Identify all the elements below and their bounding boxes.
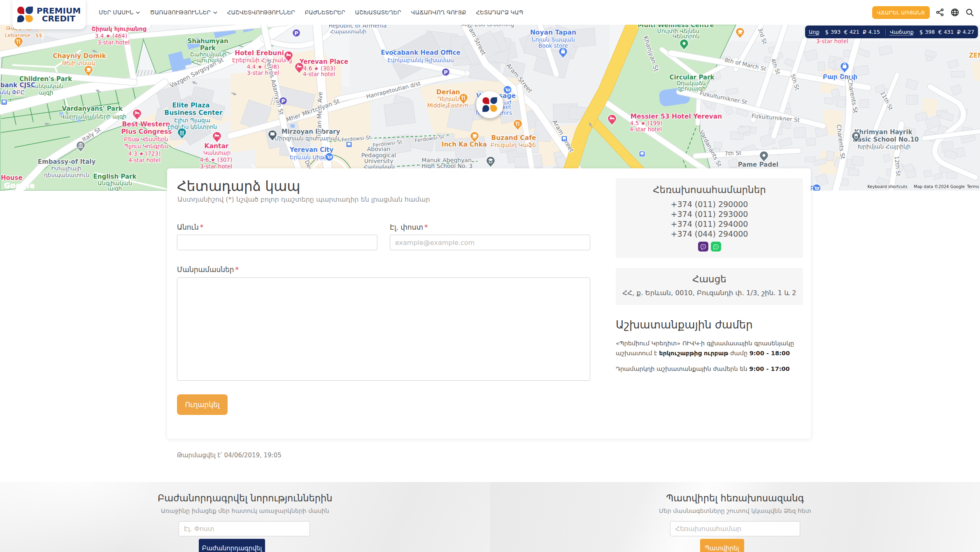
subscribe-button[interactable]: Բաժանորդագրվել (199, 539, 265, 552)
map-label: Հայաստանի (330, 28, 366, 35)
nav-item-label: ՎԱՃԱՌՎՈՂ ԳՈՒՅՔ (411, 9, 466, 16)
map-label: Embassy-of Italy (38, 158, 96, 165)
subscribe-title: Բաժանորդագրվել նորություններին (0, 493, 490, 503)
rub-icon: ₽ (863, 29, 866, 35)
map-label: դեսպանատուն (44, 172, 89, 178)
search-icon[interactable] (965, 8, 974, 17)
map-label: Plus Congress (121, 128, 172, 135)
header: ՄԵՐ ՄԱՍԻՆԾԱՌԱՅՈՒԹՅՈՒՆՆԵՐՀԱՇՎԵՏՎՈՒԹՅՈՒՆՆԵ… (0, 0, 980, 25)
phone-number[interactable]: +374 (011) 293000 (620, 209, 799, 219)
map-label: Yerevan Place (299, 58, 348, 65)
callback-subtitle: Մեր մասնագետները շուտով կկապվեն Ձեզ հետ (490, 508, 980, 514)
phones-panel: Հեռախոսահամարներ +374 (011) 290000+374 (… (616, 178, 803, 258)
map-label: Inch Ka Chka (442, 141, 487, 148)
map-transit-icon[interactable] (346, 142, 352, 147)
phone-number[interactable]: +374 (044) 294000 (620, 229, 799, 239)
logo[interactable]: PREMIUMCREDIT (12, 0, 86, 29)
pay-online-button[interactable]: ՎՃԱՐԵԼ ԱՌՑԱՆՑ (872, 6, 930, 19)
map-transit-icon[interactable] (561, 136, 567, 142)
nav-item[interactable]: ՎԱՃԱՌՎՈՂ ԳՈՒՅՔ (411, 9, 466, 16)
map-pin-park_p[interactable]: P (293, 29, 300, 37)
subscribe-form: Բաժանորդագրվել (179, 521, 310, 552)
share-icon[interactable] (936, 8, 945, 17)
send-button[interactable]: Ուղարկել (177, 394, 228, 415)
map-label: House (1, 174, 23, 182)
nav-item[interactable]: ԲԱԺՆԵՏԵՐԵՐ (305, 9, 345, 16)
logo-petals-icon (17, 7, 33, 23)
map-label: այգի (39, 89, 53, 96)
name-input[interactable] (177, 235, 377, 250)
map-label: Խրիմյան Հայրիկի (858, 143, 910, 150)
phones-title: Հեռախոսահամարներ (620, 184, 799, 195)
nav-item-label: ԲԱԺՆԵՏԵՐԵՐ (305, 9, 345, 16)
address-text: ՀՀ, ք. Երևան, 0010, Բուզանդի փ. 1/3, շին… (620, 289, 799, 297)
map[interactable]: ԹարբուլէLebanese · $$Շիրակ հյուրանոց3.4 … (0, 25, 980, 190)
map-company-marker[interactable] (475, 91, 505, 121)
map-label: Evocabank Head Office (381, 49, 460, 56)
rates-divider (885, 29, 886, 35)
map-label: Mirzoyan Library (282, 128, 340, 135)
map-label: Buzand Cafe (491, 134, 536, 142)
map-label: 4-star hotel (128, 157, 161, 163)
map-label: Google (4, 182, 35, 190)
email-input[interactable] (390, 235, 590, 250)
map-label: Կենտրոն (673, 33, 700, 40)
working-hours-office: «Պրեմիում Կրեդիտ» ՈՒՎԿ-ի գլխամասային գրա… (616, 339, 803, 359)
rub-icon: ₽ (957, 29, 961, 35)
brand-line-2: CREDIT (37, 15, 81, 23)
petal-red (17, 7, 25, 14)
map-label: բանկ ՓԲԸ (0, 89, 25, 95)
map-transit-icon[interactable] (639, 151, 645, 157)
map-label: Shahumyan (187, 37, 228, 45)
map-label: 3-star hotel (98, 39, 130, 46)
form-subtitle: Աստղանիշով (*) նշված բոլոր դաշտերը պարտա… (177, 196, 430, 203)
map-transit-icon[interactable] (1, 99, 7, 105)
map-label: բիզնես կենտրոն (168, 123, 217, 130)
nav-item[interactable]: ՀԱՇՎԵՏՎՈՒԹՅՈՒՆՆԵՐ (227, 9, 295, 16)
phone-number[interactable]: +374 (011) 290000 (620, 199, 799, 209)
subscribe-email-input[interactable] (179, 521, 310, 536)
map-label: ZEN (969, 52, 980, 59)
map-pin-park_p[interactable]: P (442, 68, 450, 77)
eur-icon: € (844, 29, 847, 35)
working-hours-title: Աշխատանքային ժամեր (616, 319, 803, 331)
nav-item[interactable]: ՀԵՏԱԴԱՐՁ ԿԱՊ (476, 9, 523, 16)
map-label: 7th St (724, 149, 741, 157)
callback-section: Պատվիրել հեռախոսազանգ Մեր մասնագետները շ… (490, 482, 980, 552)
map-label: Derian (436, 89, 460, 96)
map-label: nbank CJSC (0, 82, 35, 89)
map-label: այգի (108, 185, 122, 191)
map-canvas[interactable]: ԹարբուլէLebanese · $$Շիրակ հյուրանոց3.4 … (0, 25, 980, 191)
whatsapp-icon[interactable] (711, 242, 721, 252)
map-label: Շիրակ հյուրանոց (91, 26, 146, 32)
callback-form: Պատվիրել (670, 521, 800, 552)
map-label: Noyan Tapan (530, 29, 576, 36)
nav-item[interactable]: ԾԱՌԱՅՈՒԹՅՈՒՆՆԵՐ (150, 9, 217, 16)
map-label: Նոյան Տապան (531, 36, 575, 43)
map-label: Khrimyan Hayrik (854, 128, 913, 136)
viber-icon[interactable] (698, 242, 708, 252)
map-label: Vardanyans' Park (62, 105, 123, 112)
map-label: Map data ©2024 Google (914, 184, 965, 189)
language-globe-icon[interactable] (950, 8, 959, 17)
address-title: Հասցե (620, 274, 799, 284)
map-label: Էվոկաբանկ Գլխամաս (387, 57, 454, 63)
details-textarea[interactable] (177, 277, 590, 381)
map-label: Terms (966, 184, 979, 189)
callback-button[interactable]: Պատվիրել (700, 539, 744, 552)
details-label: Մանրամասներ* (177, 266, 239, 274)
phone-number[interactable]: +374 (011) 294000 (620, 219, 799, 229)
map-label: Կանտար (203, 149, 230, 156)
petal-navy-top (26, 7, 33, 14)
map-label: Messier 53 Hotel Yerevan (631, 113, 722, 120)
nav-item[interactable]: ՄԵՐ ՄԱՍԻՆ (99, 9, 140, 16)
callback-phone-input[interactable] (670, 521, 800, 536)
nav-item[interactable]: ԱՇԽԱՏԱՏԵՂԵՐ (355, 9, 401, 16)
brand-name: PREMIUMCREDIT (37, 7, 81, 23)
map-label: Best Western (122, 121, 170, 128)
map-label: 3.4 ★ (464) (95, 33, 127, 39)
map-pin-park_p[interactable]: P (279, 97, 287, 105)
map-pin-pia[interactable] (812, 184, 821, 191)
map-label: English Park (93, 173, 137, 180)
map-label: Basic School No.10 (853, 136, 919, 143)
